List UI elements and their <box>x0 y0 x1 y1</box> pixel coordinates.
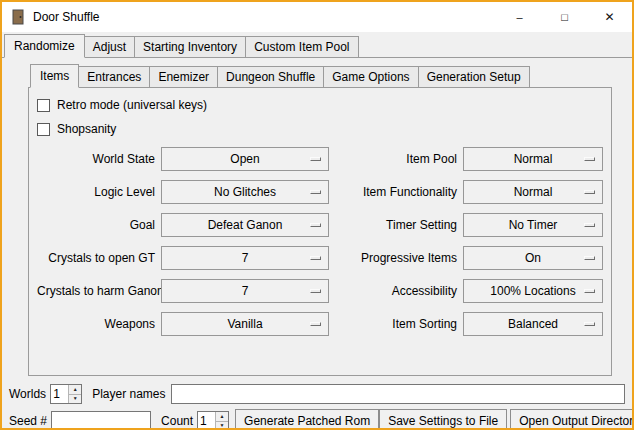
shopsanity-row: Shopsanity <box>37 119 611 139</box>
window: Door Shuffle – □ ✕ Randomize Adjust Star… <box>0 0 634 430</box>
retro-mode-label: Retro mode (universal keys) <box>57 98 207 112</box>
progressive-items-row: Progressive Items On <box>339 246 603 270</box>
crystals-harm-ganon-value: 7 <box>242 284 249 298</box>
crystals-harm-ganon-dropdown[interactable]: 7 <box>161 279 329 303</box>
crystals-open-gt-row: Crystals to open GT 7 <box>37 246 329 270</box>
dropdown-indicator-icon <box>310 322 321 326</box>
window-title: Door Shuffle <box>33 10 100 24</box>
chevron-up-icon: ▲ <box>73 387 78 392</box>
crystals-open-gt-label: Crystals to open GT <box>37 251 155 265</box>
chevron-down-icon: ▼ <box>220 423 225 428</box>
item-sorting-label: Item Sorting <box>339 317 457 331</box>
worlds-spin-down-button[interactable]: ▼ <box>69 395 81 404</box>
item-functionality-dropdown[interactable]: Normal <box>463 180 603 204</box>
sub-tab-bar: Items Entrances Enemizer Dungeon Shuffle… <box>28 62 612 88</box>
crystals-open-gt-dropdown[interactable]: 7 <box>161 246 329 270</box>
accessibility-label: Accessibility <box>339 284 457 298</box>
logic-level-dropdown[interactable]: No Glitches <box>161 180 329 204</box>
retro-mode-checkbox[interactable] <box>37 99 50 112</box>
tab-game-options[interactable]: Game Options <box>323 66 418 87</box>
items-pane: Retro mode (universal keys) Shopsanity W… <box>28 88 612 376</box>
goal-label: Goal <box>37 218 155 232</box>
weapons-label: Weapons <box>37 317 155 331</box>
goal-value: Defeat Ganon <box>208 218 283 232</box>
shopsanity-label: Shopsanity <box>57 122 116 136</box>
save-settings-button[interactable]: Save Settings to File <box>379 409 507 430</box>
progressive-items-value: On <box>525 251 541 265</box>
maximize-button[interactable]: □ <box>542 2 587 32</box>
minimize-button[interactable]: – <box>497 2 542 32</box>
count-spin-up-button[interactable]: ▲ <box>216 412 228 422</box>
timer-setting-label: Timer Setting <box>339 218 457 232</box>
dropdown-indicator-icon <box>310 223 321 227</box>
world-state-value: Open <box>230 152 259 166</box>
world-state-dropdown[interactable]: Open <box>161 147 329 171</box>
logic-level-label: Logic Level <box>37 185 155 199</box>
retro-mode-row: Retro mode (universal keys) <box>37 95 611 115</box>
dropdown-indicator-icon <box>584 289 595 293</box>
dropdown-indicator-icon <box>584 223 595 227</box>
minimize-icon: – <box>516 12 522 23</box>
count-input[interactable] <box>198 412 215 430</box>
world-state-label: World State <box>37 152 155 166</box>
output-buttons-group: Save Settings to File Open Output Direct… <box>379 409 634 430</box>
dropdown-indicator-icon <box>584 322 595 326</box>
options-column-right: Item Pool Normal Item Functionality Norm… <box>339 147 603 345</box>
seed-label: Seed # <box>9 414 47 428</box>
dropdown-indicator-icon <box>584 190 595 194</box>
tab-dungeon-shuffle[interactable]: Dungeon Shuffle <box>217 66 324 87</box>
sub-notebook: Items Entrances Enemizer Dungeon Shuffle… <box>28 62 612 376</box>
accessibility-dropdown[interactable]: 100% Locations <box>463 279 603 303</box>
count-spinbox: ▲ ▼ <box>197 411 229 430</box>
seed-input[interactable] <box>51 411 151 430</box>
count-label: Count <box>161 414 193 428</box>
crystals-open-gt-value: 7 <box>242 251 249 265</box>
worlds-spin-up-button[interactable]: ▲ <box>69 385 81 395</box>
shopsanity-checkbox[interactable] <box>37 123 50 136</box>
player-names-label: Player names <box>92 387 165 401</box>
app-icon <box>10 9 26 25</box>
goal-dropdown[interactable]: Defeat Ganon <box>161 213 329 237</box>
crystals-harm-ganon-row: Crystals to harm Ganon 7 <box>37 279 329 303</box>
tab-starting-inventory[interactable]: Starting Inventory <box>134 36 246 57</box>
worlds-spinbox: ▲ ▼ <box>50 384 82 404</box>
item-pool-dropdown[interactable]: Normal <box>463 147 603 171</box>
count-spin-buttons: ▲ ▼ <box>215 412 228 430</box>
timer-setting-value: No Timer <box>509 218 558 232</box>
generate-row: Seed # Count ▲ ▼ Generate Patched Rom Sa… <box>9 409 626 430</box>
accessibility-value: 100% Locations <box>490 284 575 298</box>
tab-generation-setup[interactable]: Generation Setup <box>418 66 530 87</box>
tab-enemizer[interactable]: Enemizer <box>149 66 218 87</box>
progressive-items-label: Progressive Items <box>339 251 457 265</box>
item-sorting-value: Balanced <box>508 317 558 331</box>
dropdown-indicator-icon <box>310 289 321 293</box>
tab-adjust[interactable]: Adjust <box>84 36 135 57</box>
worlds-input[interactable] <box>51 385 68 403</box>
tab-custom-item-pool[interactable]: Custom Item Pool <box>245 36 358 57</box>
worlds-row: Worlds ▲ ▼ Player names <box>9 384 626 404</box>
tab-entrances[interactable]: Entrances <box>78 66 150 87</box>
crystals-harm-ganon-label: Crystals to harm Ganon <box>37 284 155 298</box>
dropdown-indicator-icon <box>310 256 321 260</box>
item-pool-label: Item Pool <box>339 152 457 166</box>
close-button[interactable]: ✕ <box>587 2 632 32</box>
item-sorting-row: Item Sorting Balanced <box>339 312 603 336</box>
randomize-pane: Items Entrances Enemizer Dungeon Shuffle… <box>2 62 632 430</box>
item-sorting-dropdown[interactable]: Balanced <box>463 312 603 336</box>
generate-patched-rom-button[interactable]: Generate Patched Rom <box>235 409 379 430</box>
close-icon: ✕ <box>604 11 614 23</box>
logic-level-value: No Glitches <box>214 185 276 199</box>
tab-randomize[interactable]: Randomize <box>4 34 85 58</box>
maximize-icon: □ <box>561 12 568 23</box>
timer-setting-dropdown[interactable]: No Timer <box>463 213 603 237</box>
item-pool-value: Normal <box>514 152 553 166</box>
progressive-items-dropdown[interactable]: On <box>463 246 603 270</box>
player-names-input[interactable] <box>171 384 626 404</box>
count-spin-down-button[interactable]: ▼ <box>216 422 228 430</box>
weapons-dropdown[interactable]: Vanilla <box>161 312 329 336</box>
world-state-row: World State Open <box>37 147 329 171</box>
dropdown-indicator-icon <box>310 190 321 194</box>
tab-items[interactable]: Items <box>30 64 79 88</box>
open-output-directory-button[interactable]: Open Output Directory <box>510 409 634 430</box>
chevron-up-icon: ▲ <box>220 414 225 419</box>
